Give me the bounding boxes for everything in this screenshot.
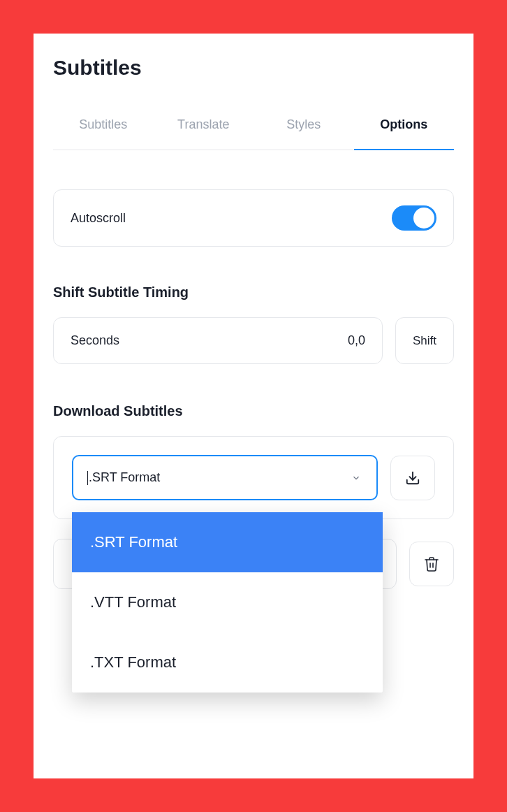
format-option-txt[interactable]: .TXT Format [72, 632, 383, 693]
tabs: Subtitles Translate Styles Options [53, 108, 454, 150]
trash-icon [423, 556, 440, 572]
shift-button[interactable]: Shift [395, 317, 454, 364]
download-box: .SRT Format .SRT Format .VTT Format .TXT… [53, 436, 454, 519]
tab-styles[interactable]: Styles [254, 108, 354, 150]
chevron-down-icon [351, 473, 361, 483]
shift-heading: Shift Subtitle Timing [53, 284, 454, 300]
delete-button[interactable] [409, 542, 454, 586]
download-icon [405, 470, 420, 486]
autoscroll-label: Autoscroll [71, 211, 126, 226]
format-selected: .SRT Format [89, 470, 160, 485]
tab-subtitles[interactable]: Subtitles [53, 108, 154, 150]
tab-translate[interactable]: Translate [154, 108, 254, 150]
autoscroll-toggle[interactable] [392, 205, 436, 231]
seconds-label: Seconds [71, 333, 119, 348]
tab-options[interactable]: Options [354, 108, 455, 150]
format-option-srt[interactable]: .SRT Format [72, 512, 383, 572]
shift-row: Seconds 0,0 Shift [53, 317, 454, 364]
format-dropdown: .SRT Format .VTT Format .TXT Format [72, 512, 383, 693]
download-heading: Download Subtitles [53, 403, 454, 419]
format-select[interactable]: .SRT Format [72, 455, 378, 500]
subtitles-panel: Subtitles Subtitles Translate Styles Opt… [34, 34, 473, 778]
page-title: Subtitles [53, 56, 454, 80]
toggle-knob [413, 208, 434, 229]
seconds-input[interactable]: Seconds 0,0 [53, 317, 383, 364]
seconds-value: 0,0 [348, 333, 365, 348]
format-option-vtt[interactable]: .VTT Format [72, 572, 383, 632]
autoscroll-row: Autoscroll [53, 189, 454, 247]
download-button[interactable] [390, 456, 435, 500]
